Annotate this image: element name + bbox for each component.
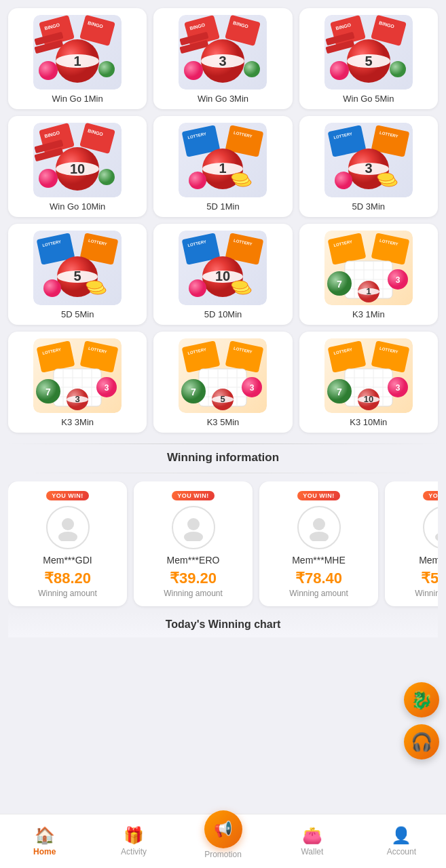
- you-win-badge-0: YOU WIN!: [46, 491, 89, 500]
- svg-rect-109: [80, 340, 119, 373]
- svg-point-54: [189, 172, 206, 189]
- wallet-icon: 👛: [302, 826, 322, 845]
- game-label-k3-5: K3 5Min: [207, 417, 240, 427]
- svg-point-20: [184, 61, 203, 80]
- game-label-wingo-3: Win Go 3Min: [198, 94, 248, 104]
- game-image-k3-5: LOTTERY LOTTERY: [179, 338, 267, 413]
- svg-text:7: 7: [337, 387, 342, 397]
- game-label-5d-1: 5D 1Min: [206, 201, 239, 212]
- promo-circle[interactable]: 📢: [204, 810, 242, 848]
- game-card-k3-10[interactable]: LOTTERY LOTTERY: [299, 332, 438, 433]
- game-image-5d-10: LOTTERY LOTTERY 10: [179, 231, 267, 305]
- you-win-badge-3: YOU WIN!: [423, 491, 438, 500]
- game-card-5d-1[interactable]: LOTTERY LOTTERY 1: [153, 116, 292, 217]
- svg-text:10: 10: [70, 161, 85, 176]
- svg-rect-145: [327, 340, 366, 373]
- nav-activity-label: Activity: [121, 847, 147, 856]
- svg-text:5: 5: [365, 54, 372, 68]
- svg-text:3: 3: [105, 383, 109, 393]
- game-image-wingo-3: BINGO BINGO: [179, 15, 267, 90]
- nav-promotion[interactable]: 📢 Promotion: [179, 824, 267, 859]
- svg-point-86: [231, 281, 248, 289]
- winner-avatar-3: [423, 506, 439, 549]
- home-icon: 🏠: [35, 826, 55, 845]
- svg-point-87: [189, 279, 206, 297]
- svg-text:10: 10: [215, 269, 230, 283]
- svg-point-76: [43, 279, 61, 297]
- svg-point-21: [244, 61, 260, 77]
- game-image-5d-3: LOTTERY LOTTERY 3: [324, 123, 413, 197]
- game-image-wingo-5: BINGO BINGO: [324, 15, 413, 90]
- nav-home[interactable]: 🏠 Home: [0, 821, 89, 862]
- game-card-wingo-5[interactable]: BINGO BINGO: [299, 8, 438, 109]
- svg-text:3: 3: [75, 394, 80, 404]
- winning-card-1: YOU WIN! Mem***ERO ₹39.20 Winning amount: [134, 481, 253, 606]
- game-card-k3-1[interactable]: LOTTERY LOTTERY: [299, 224, 438, 325]
- svg-point-65: [335, 172, 352, 189]
- game-label-wingo-5: Win Go 5Min: [343, 94, 394, 104]
- svg-point-42: [39, 169, 58, 188]
- winner-name-1: Mem***ERO: [167, 555, 220, 566]
- game-label-wingo-1: Win Go 1Min: [52, 94, 103, 104]
- you-win-badge-2: YOU WIN!: [297, 491, 340, 500]
- svg-rect-126: [182, 340, 221, 373]
- winner-label-1: Winning amount: [164, 589, 223, 598]
- svg-rect-147: [371, 340, 409, 373]
- game-card-k3-5[interactable]: LOTTERY LOTTERY: [153, 332, 292, 433]
- support-float-button[interactable]: 🎧: [404, 724, 439, 760]
- game-label-k3-10: K3 10Min: [350, 417, 387, 427]
- account-icon: 👤: [391, 826, 411, 845]
- main-content: BINGO BINGO: [0, 0, 446, 713]
- svg-rect-88: [327, 233, 366, 265]
- winner-amount-2: ₹78.40: [295, 570, 342, 587]
- svg-text:7: 7: [191, 387, 197, 397]
- svg-text:1: 1: [219, 161, 227, 176]
- today-chart-title-text: Today's Winning chart: [166, 618, 281, 630]
- svg-point-164: [62, 518, 74, 530]
- game-card-wingo-1[interactable]: BINGO BINGO: [8, 8, 147, 109]
- nav-promotion-label: Promotion: [204, 850, 242, 859]
- svg-text:3: 3: [365, 161, 372, 176]
- nav-wallet[interactable]: 👛 Wallet: [267, 821, 356, 862]
- game-label-k3-3: K3 3Min: [61, 417, 94, 427]
- svg-point-168: [313, 518, 325, 530]
- nav-wallet-label: Wallet: [301, 847, 323, 856]
- game-card-5d-5[interactable]: LOTTERY LOTTERY 5: [8, 224, 147, 325]
- winner-label-2: Winning amount: [289, 589, 348, 598]
- winner-amount-1: ₹39.20: [170, 570, 217, 587]
- svg-rect-107: [37, 340, 75, 373]
- game-label-5d-5: 5D 5Min: [61, 309, 94, 319]
- game-card-5d-3[interactable]: LOTTERY LOTTERY 3: [299, 116, 438, 217]
- game-label-5d-10: 5D 10Min: [204, 309, 242, 319]
- svg-text:3: 3: [395, 383, 400, 393]
- game-card-wingo-3[interactable]: BINGO BINGO: [153, 8, 292, 109]
- svg-point-75: [86, 281, 103, 289]
- svg-point-171: [435, 532, 439, 541]
- game-image-k3-1: LOTTERY LOTTERY: [324, 231, 413, 305]
- nav-account[interactable]: 👤 Account: [357, 821, 446, 862]
- svg-text:10: 10: [364, 394, 373, 404]
- svg-point-64: [377, 173, 394, 181]
- divider: [8, 443, 438, 444]
- game-label-5d-3: 5D 3Min: [352, 201, 385, 212]
- game-label-wingo-10: Win Go 10Min: [50, 201, 105, 212]
- game-card-wingo-10[interactable]: BINGO BINGO: [8, 116, 147, 217]
- winner-label-3: Winning amount: [415, 589, 438, 598]
- winner-avatar-0: [46, 506, 90, 549]
- svg-text:7: 7: [45, 387, 51, 397]
- svg-text:1: 1: [74, 54, 81, 68]
- game-image-5d-1: LOTTERY LOTTERY 1: [179, 123, 267, 197]
- game-card-k3-3[interactable]: LOTTERY LOTTERY: [8, 332, 147, 433]
- svg-text:3: 3: [395, 275, 400, 285]
- game-image-wingo-10: BINGO BINGO: [33, 123, 122, 197]
- winning-section-title: Winning information: [8, 451, 438, 465]
- svg-point-165: [58, 532, 77, 541]
- winner-label-0: Winning amount: [38, 589, 97, 598]
- dragon-float-button[interactable]: 🐉: [404, 682, 439, 717]
- game-card-5d-10[interactable]: LOTTERY LOTTERY 10: [153, 224, 292, 325]
- svg-point-53: [231, 173, 248, 181]
- nav-activity[interactable]: 🎁 Activity: [89, 821, 178, 862]
- svg-text:1: 1: [366, 286, 371, 296]
- svg-rect-128: [225, 340, 264, 373]
- svg-text:5: 5: [74, 269, 81, 283]
